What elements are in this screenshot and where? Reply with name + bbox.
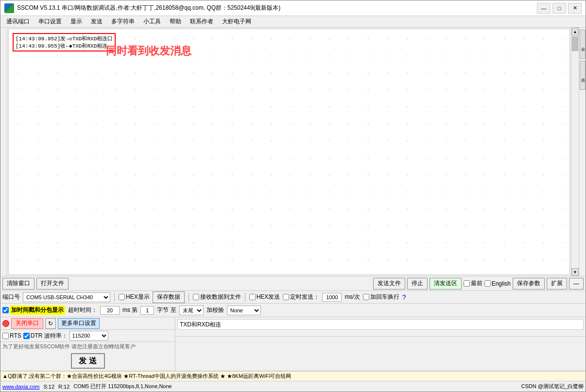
titlebar-text: SSCOM V5.13.1 串口/网络数据调试器,作者:大虾丁丁,2618058… (17, 4, 537, 12)
dtr-label[interactable]: DTR (23, 332, 43, 339)
hex-send-checkbox[interactable] (249, 294, 256, 300)
open-file-button[interactable]: 打开文件 (36, 278, 69, 290)
menu-send[interactable]: 发送 (87, 17, 106, 27)
close-port-button[interactable]: 关闭串口 (11, 318, 43, 329)
clear-send-button[interactable]: 清发送区 (430, 278, 462, 290)
checksum-label: 加校验 (207, 306, 224, 314)
menu-help[interactable]: 帮助 (166, 17, 185, 27)
rts-dtr-row: RTS DTR 波特率： 115200 (0, 330, 175, 341)
timeout-value-input[interactable] (100, 306, 120, 315)
terminal-area: [14:43:09.952]发→◇TXD和RXD相连口 [14:43:09.95… (8, 29, 570, 275)
divider3 (245, 293, 245, 302)
add-cr-checkbox[interactable] (363, 294, 369, 300)
port-label: 端口号 (2, 293, 20, 301)
right-panel-btn2[interactable]: 昌 (580, 61, 586, 90)
most-front-checkbox-label[interactable]: 最前 (464, 279, 483, 288)
send-text-input[interactable] (177, 319, 584, 330)
app-icon (4, 3, 14, 13)
hex-show-checkbox[interactable] (119, 294, 125, 300)
scroll-up-arrow[interactable]: ▲ (571, 28, 579, 35)
stop-button[interactable]: 停止 (407, 278, 428, 290)
promo-text: 为了更好地发展SSCOM软件 请您注册嘉立创蜂结尾客户 (0, 341, 175, 351)
minus-button[interactable]: — (569, 278, 584, 290)
help-icon[interactable]: ? (402, 293, 406, 301)
more-settings-button[interactable]: 更多串口设置 (58, 318, 100, 329)
menubar: 通讯端口 串口设置 显示 发送 多字符串 小工具 帮助 联系作者 大虾电子网 (0, 16, 586, 28)
config-row2: 加时间戳和分包显示 超时时间： ms 第 字节 至 末尾 加校验 None (0, 304, 586, 317)
main-content: 接 [14:43:09.952]发→◇TXD和RXD相连口 [14:43:09.… (0, 28, 586, 276)
bottom-controls: 清除窗口 打开文件 发送文件 停止 清发送区 最前 English 保存参数 扩… (0, 276, 586, 392)
annotation-big-text: 同时看到收发消息 (106, 44, 191, 58)
hex-show-text: HEX显示 (126, 293, 150, 301)
send-count: S:12 (43, 384, 54, 390)
port-indicator (2, 320, 9, 327)
menu-tools[interactable]: 小工具 (139, 17, 165, 27)
main-window: SSCOM V5.13.1 串口/网络数据调试器,作者:大虾丁丁,2618058… (0, 0, 586, 392)
checksum-select[interactable]: None (227, 306, 261, 315)
statusbar: www.daxia.com S:12 R:12 COM5 已打开 115200b… (0, 381, 586, 392)
minimize-button[interactable]: — (537, 3, 551, 14)
titlebar-buttons: — □ ✕ (537, 3, 582, 14)
send-left: 关闭串口 ↻ 更多串口设置 RTS DTR 波特率： 115200 (0, 317, 175, 371)
send-btn-row: 发 送 (0, 351, 175, 371)
send-file-button[interactable]: 发送文件 (373, 278, 405, 290)
receive-to-file-checkbox[interactable] (193, 294, 199, 300)
send-area: 关闭串口 ↻ 更多串口设置 RTS DTR 波特率： 115200 (0, 317, 586, 371)
scroll-thumb[interactable] (572, 36, 578, 51)
save-params-button[interactable]: 保存参数 (513, 278, 545, 290)
hex-send-text: HEX发送 (257, 293, 280, 301)
save-data-button[interactable]: 保存数据 (153, 291, 185, 303)
port-select[interactable]: COM5 USB-SERIAL CH340 (23, 292, 110, 302)
dtr-checkbox[interactable] (23, 333, 30, 339)
byte-label: 字节 至 (157, 306, 176, 314)
hex-send-label[interactable]: HEX发送 (249, 293, 280, 301)
left-tab: 接 (0, 28, 7, 276)
timestamp-label[interactable]: 加时间戳和分包显示 (2, 306, 65, 315)
english-checkbox-label[interactable]: English (484, 280, 511, 287)
maximize-button[interactable]: □ (552, 3, 566, 14)
timestamp-checkbox[interactable] (2, 307, 9, 313)
refresh-button[interactable]: ↻ (45, 318, 56, 329)
most-front-checkbox[interactable] (464, 280, 470, 287)
dtr-text: DTR (31, 332, 43, 339)
baud-select[interactable]: 115200 (69, 331, 108, 341)
rts-label[interactable]: RTS (2, 332, 21, 339)
terminal-scrollbar[interactable]: ▲ ▼ (571, 28, 579, 276)
send-button[interactable]: 发 送 (71, 353, 105, 369)
scroll-down-arrow[interactable]: ▼ (571, 268, 579, 276)
timed-send-text: 定时发送： (290, 293, 319, 301)
toolbar-row: 清除窗口 打开文件 发送文件 停止 清发送区 最前 English 保存参数 扩… (0, 276, 586, 291)
ticker-text: ▲Q群满了,没有第二个群：★合宙高性价比4G模块 ★RT-Thread中国人的开… (2, 373, 291, 380)
ticker-bar: ▲Q群满了,没有第二个群：★合宙高性价比4G模块 ★RT-Thread中国人的开… (0, 371, 586, 381)
menu-multi-string[interactable]: 多字符串 (107, 17, 138, 27)
menu-contact[interactable]: 联系作者 (186, 17, 217, 27)
terminal-line1: [14:43:09.952]发→◇TXD和RXD相连口 (16, 35, 113, 42)
menu-serial-settings[interactable]: 串口设置 (34, 17, 66, 27)
most-front-label: 最前 (471, 279, 483, 288)
receive-to-file-text: 接收数据到文件 (200, 293, 241, 301)
timed-value-input[interactable] (322, 293, 342, 302)
menu-website[interactable]: 大虾电子网 (218, 17, 255, 27)
receive-to-file-label[interactable]: 接收数据到文件 (193, 293, 241, 301)
right-panel-btn1[interactable]: 会 (580, 30, 586, 59)
website-link[interactable]: www.daxia.com (2, 384, 39, 390)
rts-text: RTS (10, 332, 21, 339)
expand-button[interactable]: 扩展 (547, 278, 567, 290)
send-right (175, 317, 586, 371)
port-row: 关闭串口 ↻ 更多串口设置 (0, 317, 175, 330)
rts-checkbox[interactable] (2, 333, 9, 339)
timed-send-checkbox[interactable] (283, 294, 289, 300)
byte-number-input[interactable] (140, 306, 154, 315)
menu-display[interactable]: 显示 (67, 17, 86, 27)
terminal-line2: [14:43:09.955]收←◆TXD和RXD相连 (16, 42, 113, 50)
hex-show-label[interactable]: HEX显示 (119, 293, 150, 301)
clear-window-button[interactable]: 清除窗口 (2, 278, 34, 290)
menu-comm-port[interactable]: 通讯端口 (2, 17, 34, 27)
add-cr-label[interactable]: 加回车换行 (363, 293, 399, 301)
english-label: English (492, 280, 511, 287)
close-button[interactable]: ✕ (568, 3, 582, 14)
tail-select[interactable]: 末尾 (179, 306, 204, 315)
send-input-row (175, 317, 586, 337)
english-checkbox[interactable] (484, 280, 491, 287)
timed-send-label[interactable]: 定时发送： (283, 293, 319, 301)
